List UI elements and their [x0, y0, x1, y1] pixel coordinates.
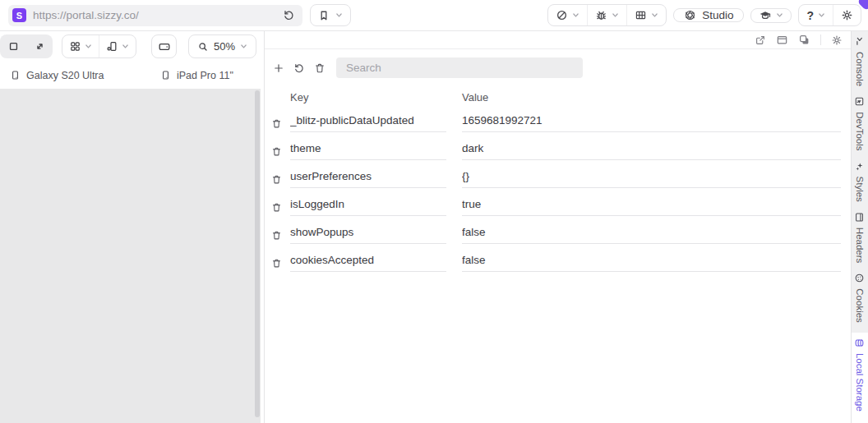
device-name: iPad Pro 11": [177, 70, 233, 81]
styles-icon: [855, 161, 866, 172]
value-field[interactable]: [462, 198, 841, 216]
refresh-icon: [283, 9, 295, 21]
add-entry-button[interactable]: [273, 62, 284, 74]
key-field[interactable]: [290, 226, 446, 244]
debug-button[interactable]: [587, 5, 626, 25]
chevron-down-icon: [776, 11, 783, 19]
settings-gear-icon: [831, 34, 843, 46]
tab-headers[interactable]: Headers: [852, 212, 868, 263]
device-canvas[interactable]: [0, 89, 261, 423]
table-row: [270, 165, 851, 193]
canvas-scrollbar[interactable]: [255, 90, 260, 417]
duplicate-button[interactable]: [798, 34, 810, 46]
panel-header: [265, 31, 851, 49]
device-preview-pane: 50% Galaxy S20 Ultra iPad Pro 11": [0, 31, 265, 423]
key-field[interactable]: [290, 198, 446, 216]
key-field[interactable]: [290, 254, 446, 272]
open-external-button[interactable]: [755, 34, 766, 46]
table-row: [270, 109, 851, 137]
device-name: Galaxy S20 Ultra: [26, 70, 104, 81]
help-icon: ?: [806, 9, 814, 22]
key-field[interactable]: [290, 142, 446, 160]
table-header: Key Value: [270, 85, 851, 109]
rotate-device-icon: [106, 40, 118, 53]
zoom-control[interactable]: 50%: [188, 34, 256, 58]
tab-console[interactable]: Console: [852, 36, 868, 86]
trash-icon: [271, 202, 282, 213]
refresh-entries-button[interactable]: [293, 62, 305, 74]
top-bar-right-controls: Studio ?: [547, 4, 861, 26]
device-labels-row: Galaxy S20 Ultra iPad Pro 11": [0, 62, 264, 89]
chevron-down-icon: [335, 11, 343, 19]
phone-icon: [10, 70, 21, 80]
device-label-galaxy[interactable]: Galaxy S20 Ultra: [10, 70, 160, 81]
devtools-icon: [855, 96, 866, 107]
storage-table: Key Value: [265, 78, 851, 277]
layout-device-group: [62, 34, 136, 58]
zoom-level: 50%: [214, 40, 235, 53]
top-bar: S https://portal.sizzy.co/: [0, 0, 868, 31]
delete-entry-button[interactable]: [270, 174, 282, 185]
focus-mode-button[interactable]: [548, 5, 587, 25]
panel-settings-button[interactable]: [831, 34, 843, 46]
device-toolbar: 50%: [0, 31, 264, 62]
search-input[interactable]: [336, 57, 583, 78]
trash-icon: [314, 62, 326, 74]
key-field[interactable]: [290, 170, 446, 188]
delete-entry-button[interactable]: [270, 146, 282, 157]
help-button[interactable]: ?: [799, 5, 833, 25]
tab-label: Console: [855, 52, 865, 86]
headers-icon: [855, 212, 866, 223]
tab-label: Styles: [855, 177, 865, 202]
tab-cookies[interactable]: Cookies: [852, 273, 868, 323]
trash-icon: [271, 230, 282, 241]
value-field[interactable]: [462, 226, 841, 244]
expand-icon: [34, 40, 46, 53]
tab-devtools[interactable]: DevTools: [852, 96, 868, 150]
url-text[interactable]: https://portal.sizzy.co/: [33, 9, 276, 21]
grid-icon: [635, 9, 647, 21]
terminal-icon: [855, 36, 866, 47]
browser-card-button[interactable]: [776, 34, 788, 46]
bookmarks-button[interactable]: [310, 4, 351, 26]
devices-layout-button[interactable]: [62, 35, 99, 57]
help-settings-group: ?: [798, 4, 861, 26]
key-field[interactable]: [290, 114, 446, 132]
studio-button[interactable]: Studio: [673, 8, 744, 22]
column-header-value: Value: [462, 91, 488, 103]
delete-all-button[interactable]: [314, 62, 326, 74]
url-bar[interactable]: S https://portal.sizzy.co/: [8, 5, 302, 26]
single-device-view-button[interactable]: [0, 34, 26, 58]
duplicate-icon: [798, 34, 810, 46]
table-row: [270, 221, 851, 249]
tab-styles[interactable]: Styles: [852, 161, 868, 202]
table-row: [270, 137, 851, 165]
delete-entry-button[interactable]: [270, 202, 282, 213]
value-field[interactable]: [462, 254, 841, 272]
refresh-icon: [293, 62, 305, 74]
expand-view-button[interactable]: [26, 34, 53, 58]
layout-grid-icon: [69, 40, 81, 53]
refresh-button[interactable]: [283, 9, 295, 21]
value-field[interactable]: [462, 142, 841, 160]
settings-button[interactable]: [833, 5, 861, 25]
delete-entry-button[interactable]: [270, 258, 282, 269]
delete-entry-button[interactable]: [270, 118, 282, 129]
chevron-down-icon: [651, 11, 658, 19]
devtools-tab-strip: Console DevTools Styles: [851, 31, 868, 423]
chevron-down-icon: [240, 43, 247, 50]
layout-grid-button[interactable]: [626, 5, 666, 25]
bookmark-icon: [318, 10, 330, 21]
table-row: [270, 249, 851, 277]
learn-button[interactable]: [750, 8, 792, 23]
device-label-ipad[interactable]: iPad Pro 11": [160, 70, 233, 81]
delete-entry-button[interactable]: [270, 230, 282, 241]
value-field[interactable]: [462, 170, 841, 188]
device-frame-icon: [158, 40, 171, 53]
rotate-device-button[interactable]: [99, 35, 136, 57]
device-frame-button[interactable]: [151, 34, 177, 58]
browser-tools-group: [547, 4, 667, 26]
value-field[interactable]: [462, 114, 841, 132]
tab-local-storage[interactable]: Local Storage: [852, 333, 868, 423]
local-storage-panel: Key Value: [265, 31, 851, 423]
